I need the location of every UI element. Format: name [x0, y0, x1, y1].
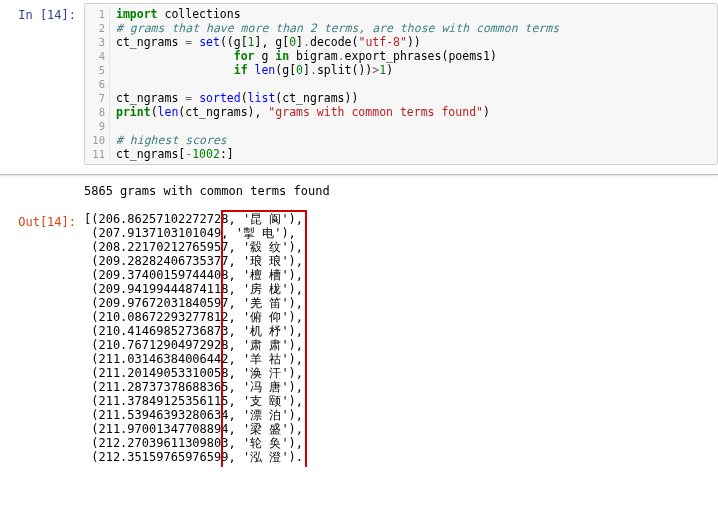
output-tuple-number: (209.28282406735377, — [84, 254, 236, 268]
code-line: 11ct_ngrams[-1002:] — [85, 147, 717, 161]
output-tuple-number: (211.53946393280634, — [84, 408, 236, 422]
output-tuple-text: '羌 笛'), — [236, 296, 303, 310]
code-line: 5 if len(g[0].split())>1) — [85, 63, 717, 77]
output-line: (210.76712904972928, '肃 肃'), — [84, 338, 718, 352]
code-content: print(len(ct_ngrams), "grams with common… — [110, 105, 490, 119]
output-tuple-number: (209.94199444874118, — [84, 282, 236, 296]
output-line: (208.22170212765957, '縠 纹'), — [84, 240, 718, 254]
output-tuple-number: (211.03146384006442, — [84, 352, 236, 366]
line-number: 10 — [85, 133, 110, 147]
output-tuple-text: '房 栊'), — [236, 282, 303, 296]
output-tuple-number: [(206.86257102272728, — [84, 212, 236, 226]
output-line: (212.35159765976599, '泓 澄'). — [84, 450, 718, 464]
output-tuple-text: '肃 肃'), — [236, 338, 303, 352]
output-line: (210.41469852736873, '机 杼'), — [84, 324, 718, 338]
output-line: (212.27039611309803, '轮 奂'), — [84, 436, 718, 450]
output-line: (209.37400159744408, '檀 槽'), — [84, 268, 718, 282]
output-line: (209.94199444874118, '房 栊'), — [84, 282, 718, 296]
output-tuple-number: (207.9137103101049, — [84, 226, 229, 240]
code-line: 2# grams that have more than 2 terms, ar… — [85, 21, 717, 35]
line-number: 8 — [85, 105, 110, 119]
output-tuple-number: (212.35159765976599, — [84, 450, 236, 464]
output-tuple-text: '冯 唐'), — [236, 380, 303, 394]
output-line: (210.08672293277812, '俯 仰'), — [84, 310, 718, 324]
output-tuple-text: '轮 奂'), — [236, 436, 303, 450]
code-content: ct_ngrams[-1002:] — [110, 147, 234, 161]
line-number: 5 — [85, 63, 110, 77]
output-tuple-number: (211.97001347708894, — [84, 422, 236, 436]
code-content: import collections — [110, 7, 241, 21]
code-content — [110, 119, 116, 133]
stdout-cell: 5865 grams with common terms found — [0, 179, 718, 207]
output-tuple-text: '梁 盛'), — [236, 422, 303, 436]
line-number: 2 — [85, 21, 110, 35]
code-content: ct_ngrams = set((g[1], g[0].decode("utf-… — [110, 35, 421, 49]
output-tuple-text: '琅 琅'), — [236, 254, 303, 268]
code-content: if len(g[0].split())>1) — [110, 63, 393, 77]
code-line: 8print(len(ct_ngrams), "grams with commo… — [85, 105, 717, 119]
output-line: (209.28282406735377, '琅 琅'), — [84, 254, 718, 268]
line-number: 4 — [85, 49, 110, 63]
output-line: [(206.86257102272728, '昆 阆'), — [84, 212, 718, 226]
output-tuple-number: (212.27039611309803, — [84, 436, 236, 450]
output-line: (211.20149053310058, '涣 汗'), — [84, 366, 718, 380]
line-number: 6 — [85, 77, 110, 91]
output-tuple-text: '漂 泊'), — [236, 408, 303, 422]
output-tuple-text: '泓 澄'). — [236, 450, 303, 464]
output-line: (211.03146384006442, '羊 祜'), — [84, 352, 718, 366]
output-tuple-number: (211.20149053310058, — [84, 366, 236, 380]
code-content: for g in bigram.export_phrases(poems1) — [110, 49, 497, 63]
output-tuple-number: (210.41469852736873, — [84, 324, 236, 338]
input-cell: In [14]: 1import collections2# grams tha… — [0, 0, 718, 168]
output-tuple-text: '支 颐'), — [236, 394, 303, 408]
stdout-prompt-spacer — [6, 182, 84, 186]
output-tuple-text: '涣 汗'), — [236, 366, 303, 380]
output-line: (209.97672031840597, '羌 笛'), — [84, 296, 718, 310]
line-number: 1 — [85, 7, 110, 21]
input-prompt: In [14]: — [6, 3, 84, 23]
output-line: (211.53946393280634, '漂 泊'), — [84, 408, 718, 422]
output-tuple-number: (210.08672293277812, — [84, 310, 236, 324]
output-line: (211.28737378688365, '冯 唐'), — [84, 380, 718, 394]
output-tuple-text: '俯 仰'), — [236, 310, 303, 324]
output-line: (211.97001347708894, '梁 盛'), — [84, 422, 718, 436]
output-prompt: Out[14]: — [6, 210, 84, 230]
code-line: 10# highest scores — [85, 133, 717, 147]
line-number: 9 — [85, 119, 110, 133]
output-tuple-number: (210.76712904972928, — [84, 338, 236, 352]
output-tuple-text: '昆 阆'), — [236, 212, 303, 226]
line-number: 3 — [85, 35, 110, 49]
output-cell: Out[14]: [(206.86257102272728, '昆 阆'), (… — [0, 207, 718, 467]
code-content — [110, 77, 116, 91]
code-editor[interactable]: 1import collections2# grams that have mo… — [84, 3, 718, 165]
output-tuple-text: '机 杼'), — [236, 324, 303, 338]
line-number: 11 — [85, 147, 110, 161]
output-tuple-text: '檀 槽'), — [236, 268, 303, 282]
code-line: 1import collections — [85, 7, 717, 21]
output-tuple-number: (208.22170212765957, — [84, 240, 236, 254]
code-content: # grams that have more than 2 terms, are… — [110, 21, 559, 35]
output-tuple-number: (209.37400159744408, — [84, 268, 236, 282]
output-tuple-number: (211.37849125356115, — [84, 394, 236, 408]
output-tuple-number: (209.97672031840597, — [84, 296, 236, 310]
output-result: [(206.86257102272728, '昆 阆'), (207.91371… — [84, 210, 718, 464]
output-tuple-text: '羊 祜'), — [236, 352, 303, 366]
line-number: 7 — [85, 91, 110, 105]
output-tuple-text: '縠 纹'), — [236, 240, 303, 254]
code-line: 7ct_ngrams = sorted(list(ct_ngrams)) — [85, 91, 717, 105]
code-line: 9 — [85, 119, 717, 133]
output-line: (207.9137103101049, '掣 电'), — [84, 226, 718, 240]
output-tuple-number: (211.28737378688365, — [84, 380, 236, 394]
stdout-text: 5865 grams with common terms found — [84, 182, 718, 204]
cell-divider — [0, 168, 718, 175]
code-content: # highest scores — [110, 133, 227, 147]
output-tuple-text: '掣 电'), — [229, 226, 296, 240]
code-content: ct_ngrams = sorted(list(ct_ngrams)) — [110, 91, 358, 105]
code-line: 3ct_ngrams = set((g[1], g[0].decode("utf… — [85, 35, 717, 49]
code-line: 6 — [85, 77, 717, 91]
output-line: (211.37849125356115, '支 颐'), — [84, 394, 718, 408]
code-line: 4 for g in bigram.export_phrases(poems1) — [85, 49, 717, 63]
